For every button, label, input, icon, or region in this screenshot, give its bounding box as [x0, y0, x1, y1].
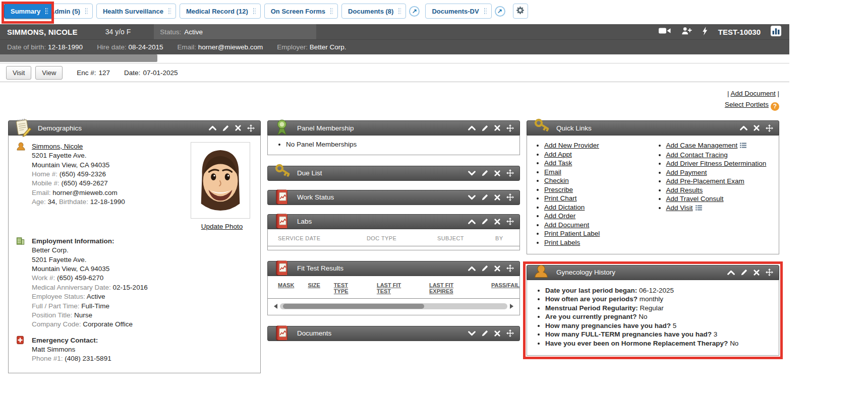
quick-link[interactable]: Add Results — [666, 186, 703, 194]
collapse-toggle-icon[interactable] — [740, 125, 747, 130]
move-handle-icon[interactable] — [506, 193, 514, 201]
quick-link[interactable]: Add Order — [544, 212, 575, 220]
tab-medical-record-12[interactable]: Medical Record (12) — [180, 4, 261, 19]
quick-link[interactable]: Prescribe — [544, 186, 573, 193]
collapse-toggle-icon[interactable] — [468, 171, 476, 176]
collapse-toggle-icon[interactable] — [468, 266, 476, 271]
tab-summary[interactable]: Summary — [4, 4, 53, 19]
quick-link[interactable]: Add Visit — [666, 204, 693, 212]
close-icon[interactable] — [494, 219, 500, 225]
edit-icon[interactable] — [222, 125, 229, 131]
move-handle-icon[interactable] — [506, 264, 514, 272]
open-in-new-window-icon[interactable]: ↗ — [409, 6, 420, 17]
quick-action-lightning-icon[interactable] — [702, 27, 708, 37]
quick-link[interactable]: Add Driver Fitness Determination — [666, 160, 767, 167]
quick-link[interactable]: Add Pre-Placement Exam — [666, 177, 744, 185]
collapse-toggle-icon[interactable] — [468, 195, 476, 200]
quick-link[interactable]: Add Task — [544, 159, 572, 167]
scrollbar-thumb[interactable] — [283, 304, 424, 309]
edit-icon[interactable] — [482, 330, 488, 337]
edit-icon[interactable] — [741, 269, 747, 276]
quick-link[interactable]: Add Payment — [666, 169, 707, 176]
open-in-new-window-icon[interactable]: ↗ — [495, 6, 505, 17]
close-icon[interactable] — [494, 125, 500, 131]
quick-link[interactable]: Add Contact Tracing — [666, 151, 728, 159]
view-button[interactable]: View — [35, 66, 63, 80]
chart-stats-icon[interactable] — [771, 26, 781, 38]
quick-link[interactable]: Checkin — [544, 177, 569, 184]
quick-link[interactable]: Add Case Management — [666, 142, 738, 149]
field-value: 12-18-1990 — [90, 198, 125, 206]
column-header[interactable]: MASK — [278, 282, 294, 294]
column-header[interactable]: TEST TYPE — [334, 282, 363, 294]
quick-link[interactable]: Add Document — [544, 221, 589, 229]
column-header[interactable]: LAST FIT TEST — [377, 282, 416, 294]
quick-link[interactable]: Print Labels — [544, 239, 580, 246]
close-icon[interactable] — [494, 330, 500, 337]
list-menu-icon[interactable] — [740, 142, 746, 151]
tab-settings-button[interactable] — [513, 4, 528, 19]
quick-link[interactable]: Print Chart — [544, 194, 577, 202]
help-icon[interactable]: ? — [771, 102, 779, 111]
close-icon[interactable] — [754, 270, 760, 276]
add-person-icon[interactable] — [681, 27, 692, 37]
edit-icon[interactable] — [482, 194, 488, 201]
quick-link-item: Add Payment — [666, 168, 775, 177]
move-handle-icon[interactable] — [506, 124, 514, 132]
add-document-link[interactable]: Add Document — [730, 90, 775, 97]
move-handle-icon[interactable] — [247, 124, 255, 132]
close-icon[interactable] — [494, 265, 500, 272]
key-icon — [272, 163, 292, 183]
video-camera-icon[interactable] — [659, 27, 671, 37]
collapse-toggle-icon[interactable] — [468, 331, 476, 336]
move-handle-icon[interactable] — [506, 329, 514, 337]
move-handle-icon[interactable] — [506, 218, 514, 225]
select-portlets-link[interactable]: Select Portlets — [725, 101, 769, 108]
field-value: (650) 459-2326 — [60, 170, 106, 178]
horizontal-scrollbar[interactable] — [274, 303, 513, 309]
chart-tab-bar: SummaryAdmin (5)Health SurveillanceMedic… — [0, 0, 789, 24]
collapse-toggle-icon[interactable] — [468, 219, 476, 224]
header-scrollbar[interactable] — [0, 54, 157, 62]
move-handle-icon[interactable] — [506, 169, 514, 177]
close-icon[interactable] — [494, 194, 500, 201]
column-header[interactable]: SIZE — [308, 282, 320, 294]
tab-on-screen-forms[interactable]: On Screen Forms — [264, 4, 338, 19]
column-header[interactable]: PASS/FAIL — [491, 282, 519, 294]
question-label: Are you currently pregnant? — [545, 313, 637, 320]
move-handle-icon[interactable] — [766, 269, 773, 276]
scroll-right-arrow-icon[interactable] — [510, 304, 513, 309]
quick-link[interactable]: Add Appt — [544, 151, 572, 158]
collapse-toggle-icon[interactable] — [209, 125, 216, 130]
quick-link-item: Email — [544, 168, 653, 177]
list-menu-icon[interactable] — [696, 204, 702, 213]
quick-link[interactable]: Add New Provider — [544, 142, 599, 149]
quick-link[interactable]: Email — [544, 168, 561, 176]
close-icon[interactable] — [235, 125, 241, 131]
fit-test-body: MASKSIZETEST TYPELAST FIT TESTLAST FIT E… — [267, 276, 520, 315]
edit-icon[interactable] — [482, 125, 488, 131]
info-line: Medical Anniversary Date: 02-15-2016 — [32, 283, 253, 292]
field-label: Medical Anniversary Date: — [32, 284, 111, 291]
portlet-title: Gynecology History — [556, 269, 615, 276]
scrollbar-track[interactable] — [280, 303, 507, 309]
update-photo-link[interactable]: Update Photo — [201, 223, 243, 230]
move-handle-icon[interactable] — [766, 124, 773, 132]
close-icon[interactable] — [754, 125, 760, 131]
patient-name-link[interactable]: Simmons, Nicole — [32, 143, 83, 150]
quick-link[interactable]: Print Patient Label — [544, 230, 600, 237]
tab-documents-dv[interactable]: Documents-DV — [425, 4, 491, 19]
edit-icon[interactable] — [482, 170, 488, 176]
edit-icon[interactable] — [482, 265, 488, 272]
collapse-toggle-icon[interactable] — [468, 125, 476, 130]
edit-icon[interactable] — [482, 218, 488, 225]
scroll-left-arrow-icon[interactable] — [274, 304, 277, 309]
tab-documents-8[interactable]: Documents (8) — [341, 4, 406, 19]
tab-health-surveillance[interactable]: Health Surveillance — [96, 4, 176, 19]
quick-link[interactable]: Add Travel Consult — [666, 195, 724, 203]
column-header[interactable]: LAST FIT EXPIRES — [429, 282, 478, 294]
quick-link[interactable]: Add Dictation — [544, 204, 585, 211]
close-icon[interactable] — [494, 170, 500, 176]
collapse-toggle-icon[interactable] — [727, 270, 735, 275]
visit-button[interactable]: Visit — [6, 66, 31, 80]
